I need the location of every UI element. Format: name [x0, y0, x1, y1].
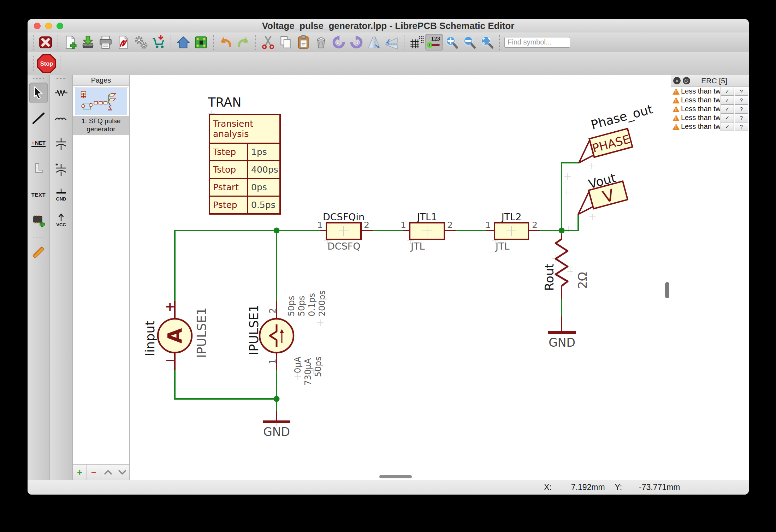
source-name[interactable]: IPULSE1	[247, 305, 261, 355]
erc-help-button[interactable]: ?	[735, 96, 748, 104]
rotate-cw-button[interactable]	[348, 34, 365, 51]
toolbar-handle[interactable]	[33, 78, 44, 79]
tran-title[interactable]: TRAN	[208, 95, 241, 109]
move-page-up-button[interactable]	[101, 465, 115, 480]
move-page-down-button[interactable]	[115, 465, 129, 480]
inductor-icon	[54, 111, 68, 125]
add-capacitor-tool-button[interactable]	[52, 133, 70, 154]
tran-row-label: Tstep	[210, 144, 248, 160]
cut-button[interactable]	[259, 34, 277, 51]
paste-button[interactable]	[295, 34, 312, 51]
draw-polygon-tool-button[interactable]	[29, 159, 48, 179]
vcc-symbol-icon: VCC	[54, 213, 68, 227]
erc-help-button[interactable]: ?	[735, 113, 748, 122]
add-component-tool-button[interactable]	[29, 210, 48, 230]
print-button[interactable]	[97, 34, 114, 51]
copy-button[interactable]	[277, 34, 295, 51]
component-value[interactable]: JTL	[411, 241, 425, 252]
new-project-button[interactable]	[61, 34, 79, 51]
tran-table[interactable]: Transient analysis Tstep1ps Tstop400ps P…	[209, 114, 281, 215]
zoom-fit-button[interactable]	[478, 34, 496, 51]
gnd-label: GND	[263, 425, 290, 439]
toggle-pin-numbers-button[interactable]: 123	[425, 34, 443, 51]
page-thumbnail[interactable]	[74, 88, 128, 116]
zoom-out-button[interactable]	[461, 34, 478, 51]
pcb-icon	[194, 35, 208, 50]
schematic-canvas[interactable]: A PHASE V	[130, 75, 671, 480]
tran-row-value: 1ps	[248, 144, 279, 160]
add-polarized-capacitor-tool-button[interactable]: +	[52, 159, 70, 179]
vertical-scrollbar[interactable]	[665, 282, 669, 298]
erc-item[interactable]: Less than two p ✓ ?	[671, 87, 749, 96]
close-project-button[interactable]	[37, 34, 54, 51]
measure-tool-button[interactable]	[29, 242, 48, 263]
source-param: 0.1ps	[307, 293, 317, 316]
add-text-tool-button[interactable]: TEXT	[29, 184, 48, 205]
component-name[interactable]: JTL2	[502, 211, 522, 222]
resistor-value[interactable]: 2Ω	[575, 272, 590, 289]
toolbar-handle[interactable]	[56, 78, 66, 79]
resistor-symbol[interactable]	[556, 239, 568, 286]
home-button[interactable]	[174, 34, 192, 51]
erc-approve-button[interactable]: ✓	[721, 87, 734, 96]
abort-command-button[interactable]: Stop	[37, 54, 57, 73]
net-label-phase-out[interactable]: PHASE	[574, 128, 633, 163]
source-value[interactable]: IPULSE1	[195, 307, 209, 358]
redo-button[interactable]	[235, 34, 252, 51]
zoom-in-button[interactable]	[443, 34, 461, 51]
undo-button[interactable]	[217, 34, 235, 51]
erc-approve-button[interactable]: ✓	[721, 96, 734, 104]
page-caption[interactable]: 1: SFQ pulse generator	[73, 116, 129, 135]
x-value: 7.192mm	[571, 483, 605, 492]
resistor-name[interactable]: Rout	[542, 263, 556, 291]
find-symbol-input[interactable]	[504, 37, 570, 48]
warning-icon	[673, 88, 680, 95]
component-name[interactable]: JTL1	[417, 211, 437, 222]
pdf-icon	[116, 35, 131, 50]
erc-help-button[interactable]: ?	[735, 87, 748, 96]
erc-header: × ERC [5]	[671, 75, 749, 87]
add-gnd-tool-button[interactable]: GND	[52, 184, 70, 205]
erc-close-button[interactable]: ×	[673, 77, 681, 84]
project-settings-button[interactable]	[132, 34, 150, 51]
erc-item[interactable]: Less than two p ✓ ?	[671, 104, 749, 113]
erc-item[interactable]: Less than two p ✓ ?	[671, 122, 749, 131]
board-editor-button[interactable]	[192, 34, 210, 51]
grid-settings-button[interactable]	[408, 34, 425, 51]
source-name[interactable]: Iinput	[143, 321, 157, 356]
component-name[interactable]: DCSFQin	[323, 211, 365, 222]
erc-help-button[interactable]: ?	[735, 122, 748, 131]
erc-help-button[interactable]: ?	[735, 104, 748, 113]
toolbar-handle[interactable]	[33, 35, 34, 50]
erc-approve-button[interactable]: ✓	[721, 122, 734, 131]
component-value[interactable]: JTL	[496, 241, 510, 252]
add-inductor-tool-button[interactable]	[52, 108, 70, 128]
erc-approve-button[interactable]: ✓	[721, 104, 734, 113]
order-pcb-button[interactable]	[150, 34, 167, 51]
add-vcc-tool-button[interactable]: VCC	[52, 210, 70, 230]
add-net-label-tool-button[interactable]: +NET	[29, 133, 48, 154]
select-tool-button[interactable]	[29, 83, 48, 103]
add-page-button[interactable]: +	[73, 465, 87, 480]
delete-button[interactable]	[312, 34, 330, 51]
rotate-ccw-button[interactable]	[330, 34, 348, 51]
erc-item[interactable]: Less than two p ✓ ?	[671, 96, 749, 104]
horizontal-scrollbar[interactable]	[379, 475, 412, 478]
save-project-button[interactable]	[79, 34, 97, 51]
add-resistor-tool-button[interactable]	[52, 83, 70, 103]
export-pdf-button[interactable]	[114, 34, 132, 51]
mirror-vertical-button[interactable]	[365, 34, 383, 51]
tran-row-value: 0ps	[248, 179, 279, 196]
draw-wire-tool-button[interactable]	[29, 108, 48, 128]
erc-approve-button[interactable]: ✓	[721, 113, 734, 122]
remove-page-button[interactable]: −	[87, 465, 101, 480]
mirror-horizontal-button[interactable]	[383, 34, 401, 51]
capacitor-icon	[54, 137, 68, 151]
erc-float-button[interactable]	[683, 77, 690, 84]
add-component-icon	[31, 213, 46, 227]
source-ipulse[interactable]	[260, 319, 294, 353]
erc-item[interactable]: Less than two p ✓ ?	[671, 113, 749, 122]
component-value[interactable]: DCSFQ	[327, 241, 361, 252]
toolbar-handle[interactable]	[33, 56, 34, 71]
mirror-icon	[367, 35, 381, 50]
